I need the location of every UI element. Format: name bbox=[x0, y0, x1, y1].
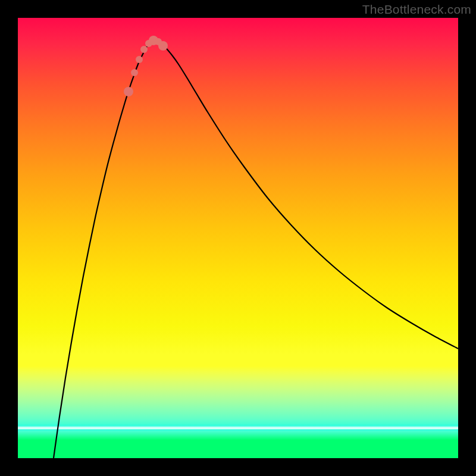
curve-dots bbox=[124, 36, 168, 96]
curve-dot bbox=[158, 41, 168, 51]
curve-dot bbox=[136, 56, 143, 63]
curve-dot bbox=[140, 46, 148, 53]
watermark-text: TheBottleneck.com bbox=[362, 2, 471, 17]
chart-frame: TheBottleneck.com bbox=[0, 0, 476, 476]
plot-area bbox=[18, 18, 458, 458]
curve-dot bbox=[124, 87, 133, 96]
bottleneck-curve bbox=[54, 41, 458, 458]
curve-layer bbox=[18, 18, 458, 458]
curve-dot bbox=[131, 69, 138, 76]
